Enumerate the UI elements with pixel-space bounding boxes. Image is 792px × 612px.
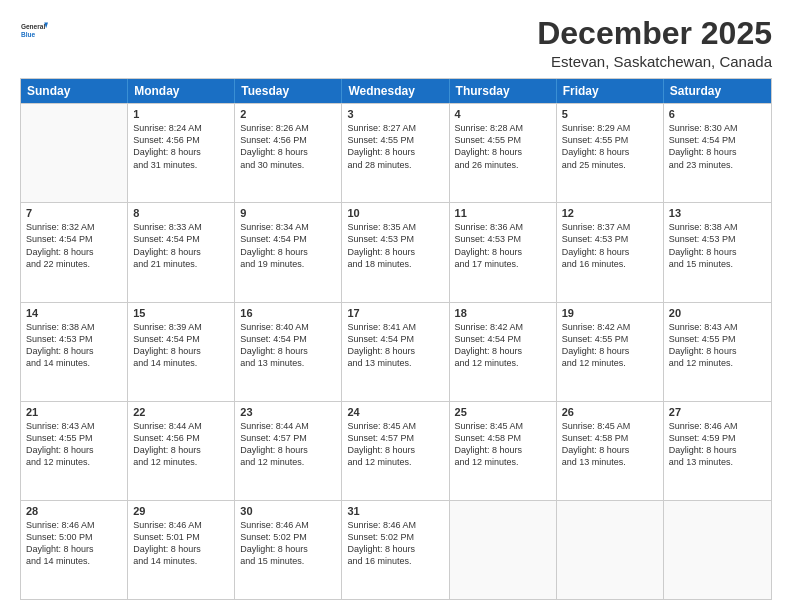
cell-line: and 13 minutes. bbox=[669, 456, 766, 468]
cell-line: Sunrise: 8:24 AM bbox=[133, 122, 229, 134]
calendar-cell: 19Sunrise: 8:42 AMSunset: 4:55 PMDayligh… bbox=[557, 303, 664, 401]
cell-line: and 13 minutes. bbox=[347, 357, 443, 369]
calendar-cell: 23Sunrise: 8:44 AMSunset: 4:57 PMDayligh… bbox=[235, 402, 342, 500]
day-number: 1 bbox=[133, 108, 229, 120]
cell-line: and 28 minutes. bbox=[347, 159, 443, 171]
month-title: December 2025 bbox=[537, 16, 772, 51]
cell-line: Daylight: 8 hours bbox=[240, 146, 336, 158]
cell-line: Sunrise: 8:43 AM bbox=[669, 321, 766, 333]
cell-line: Daylight: 8 hours bbox=[669, 146, 766, 158]
cell-line: and 14 minutes. bbox=[133, 357, 229, 369]
cell-line: Daylight: 8 hours bbox=[240, 444, 336, 456]
calendar-header-cell: Monday bbox=[128, 79, 235, 103]
calendar-cell: 24Sunrise: 8:45 AMSunset: 4:57 PMDayligh… bbox=[342, 402, 449, 500]
day-number: 21 bbox=[26, 406, 122, 418]
day-number: 25 bbox=[455, 406, 551, 418]
calendar-row: 7Sunrise: 8:32 AMSunset: 4:54 PMDaylight… bbox=[21, 202, 771, 301]
calendar-header-cell: Tuesday bbox=[235, 79, 342, 103]
cell-line: Sunrise: 8:34 AM bbox=[240, 221, 336, 233]
cell-line: Sunrise: 8:45 AM bbox=[455, 420, 551, 432]
calendar-header-cell: Wednesday bbox=[342, 79, 449, 103]
day-number: 18 bbox=[455, 307, 551, 319]
cell-line: Daylight: 8 hours bbox=[26, 543, 122, 555]
day-number: 12 bbox=[562, 207, 658, 219]
cell-line: Sunrise: 8:46 AM bbox=[26, 519, 122, 531]
calendar-body: 1Sunrise: 8:24 AMSunset: 4:56 PMDaylight… bbox=[21, 103, 771, 599]
cell-line: Daylight: 8 hours bbox=[133, 246, 229, 258]
cell-line: Sunrise: 8:35 AM bbox=[347, 221, 443, 233]
calendar-cell: 22Sunrise: 8:44 AMSunset: 4:56 PMDayligh… bbox=[128, 402, 235, 500]
cell-line: Daylight: 8 hours bbox=[26, 246, 122, 258]
cell-line: Sunrise: 8:29 AM bbox=[562, 122, 658, 134]
calendar-cell: 27Sunrise: 8:46 AMSunset: 4:59 PMDayligh… bbox=[664, 402, 771, 500]
cell-line: Sunset: 4:53 PM bbox=[347, 233, 443, 245]
calendar-cell: 13Sunrise: 8:38 AMSunset: 4:53 PMDayligh… bbox=[664, 203, 771, 301]
cell-line: Sunset: 4:53 PM bbox=[562, 233, 658, 245]
calendar-cell: 9Sunrise: 8:34 AMSunset: 4:54 PMDaylight… bbox=[235, 203, 342, 301]
page: GeneralBlue December 2025 Estevan, Saska… bbox=[0, 0, 792, 612]
calendar-header-row: SundayMondayTuesdayWednesdayThursdayFrid… bbox=[21, 79, 771, 103]
day-number: 26 bbox=[562, 406, 658, 418]
cell-line: Sunset: 4:59 PM bbox=[669, 432, 766, 444]
cell-line: Sunset: 4:55 PM bbox=[347, 134, 443, 146]
cell-line: Sunrise: 8:32 AM bbox=[26, 221, 122, 233]
cell-line: Sunrise: 8:41 AM bbox=[347, 321, 443, 333]
cell-line: and 15 minutes. bbox=[669, 258, 766, 270]
cell-line: Sunset: 4:57 PM bbox=[240, 432, 336, 444]
cell-line: and 30 minutes. bbox=[240, 159, 336, 171]
calendar-cell: 15Sunrise: 8:39 AMSunset: 4:54 PMDayligh… bbox=[128, 303, 235, 401]
cell-line: Sunset: 4:53 PM bbox=[669, 233, 766, 245]
cell-line: Daylight: 8 hours bbox=[455, 444, 551, 456]
calendar-row: 14Sunrise: 8:38 AMSunset: 4:53 PMDayligh… bbox=[21, 302, 771, 401]
cell-line: Daylight: 8 hours bbox=[562, 246, 658, 258]
day-number: 2 bbox=[240, 108, 336, 120]
cell-line: Daylight: 8 hours bbox=[347, 246, 443, 258]
cell-line: and 23 minutes. bbox=[669, 159, 766, 171]
cell-line: Daylight: 8 hours bbox=[455, 345, 551, 357]
cell-line: Daylight: 8 hours bbox=[240, 246, 336, 258]
location: Estevan, Saskatchewan, Canada bbox=[537, 53, 772, 70]
cell-line: Sunset: 5:02 PM bbox=[240, 531, 336, 543]
cell-line: Sunrise: 8:42 AM bbox=[562, 321, 658, 333]
day-number: 17 bbox=[347, 307, 443, 319]
cell-line: Sunrise: 8:46 AM bbox=[669, 420, 766, 432]
cell-line: and 14 minutes. bbox=[26, 357, 122, 369]
calendar-cell bbox=[664, 501, 771, 599]
calendar-cell: 26Sunrise: 8:45 AMSunset: 4:58 PMDayligh… bbox=[557, 402, 664, 500]
calendar-cell: 20Sunrise: 8:43 AMSunset: 4:55 PMDayligh… bbox=[664, 303, 771, 401]
calendar-header-cell: Saturday bbox=[664, 79, 771, 103]
cell-line: Sunset: 4:54 PM bbox=[26, 233, 122, 245]
calendar-cell: 3Sunrise: 8:27 AMSunset: 4:55 PMDaylight… bbox=[342, 104, 449, 202]
day-number: 10 bbox=[347, 207, 443, 219]
cell-line: Daylight: 8 hours bbox=[347, 543, 443, 555]
cell-line: and 12 minutes. bbox=[455, 456, 551, 468]
calendar-cell: 7Sunrise: 8:32 AMSunset: 4:54 PMDaylight… bbox=[21, 203, 128, 301]
cell-line: and 12 minutes. bbox=[347, 456, 443, 468]
calendar-cell: 10Sunrise: 8:35 AMSunset: 4:53 PMDayligh… bbox=[342, 203, 449, 301]
cell-line: Daylight: 8 hours bbox=[347, 146, 443, 158]
day-number: 3 bbox=[347, 108, 443, 120]
cell-line: Sunset: 4:58 PM bbox=[455, 432, 551, 444]
calendar-cell: 1Sunrise: 8:24 AMSunset: 4:56 PMDaylight… bbox=[128, 104, 235, 202]
cell-line: Daylight: 8 hours bbox=[669, 444, 766, 456]
calendar-cell: 14Sunrise: 8:38 AMSunset: 4:53 PMDayligh… bbox=[21, 303, 128, 401]
calendar-cell bbox=[450, 501, 557, 599]
calendar-cell: 12Sunrise: 8:37 AMSunset: 4:53 PMDayligh… bbox=[557, 203, 664, 301]
cell-line: Sunset: 4:54 PM bbox=[669, 134, 766, 146]
calendar-cell: 5Sunrise: 8:29 AMSunset: 4:55 PMDaylight… bbox=[557, 104, 664, 202]
cell-line: and 14 minutes. bbox=[26, 555, 122, 567]
cell-line: and 12 minutes. bbox=[455, 357, 551, 369]
cell-line: Sunrise: 8:45 AM bbox=[347, 420, 443, 432]
day-number: 19 bbox=[562, 307, 658, 319]
cell-line: and 22 minutes. bbox=[26, 258, 122, 270]
day-number: 6 bbox=[669, 108, 766, 120]
cell-line: Sunrise: 8:27 AM bbox=[347, 122, 443, 134]
day-number: 13 bbox=[669, 207, 766, 219]
cell-line: Sunset: 4:55 PM bbox=[562, 134, 658, 146]
calendar-cell: 31Sunrise: 8:46 AMSunset: 5:02 PMDayligh… bbox=[342, 501, 449, 599]
cell-line: and 12 minutes. bbox=[562, 357, 658, 369]
cell-line: Daylight: 8 hours bbox=[669, 345, 766, 357]
cell-line: Sunrise: 8:42 AM bbox=[455, 321, 551, 333]
cell-line: Sunset: 4:58 PM bbox=[562, 432, 658, 444]
cell-line: Daylight: 8 hours bbox=[562, 444, 658, 456]
